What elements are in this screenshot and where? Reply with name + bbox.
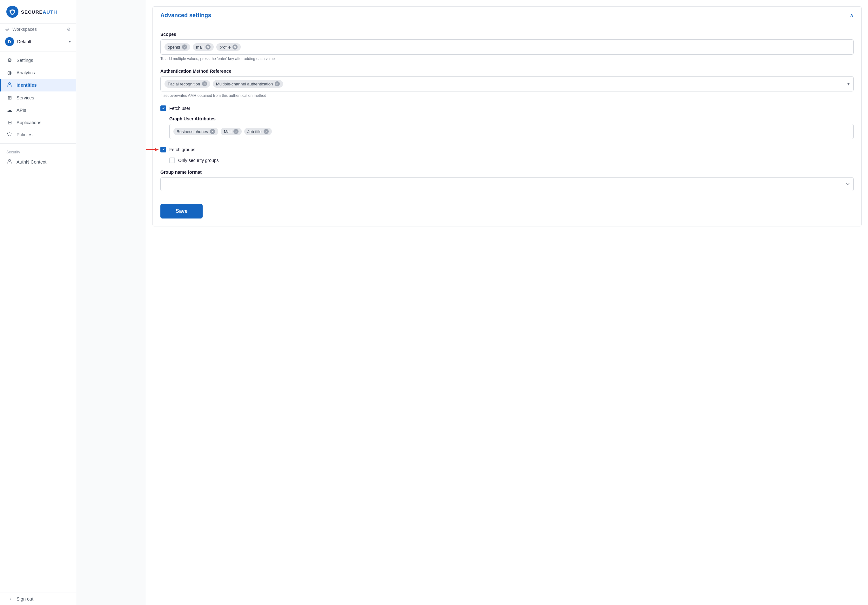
settings-label: Settings bbox=[17, 58, 33, 63]
scopes-section: Scopes openid ✕ mail ✕ profile ✕ To bbox=[160, 32, 854, 61]
services-icon: ⊞ bbox=[6, 95, 13, 101]
amr-input[interactable]: Facial recognition ✕ Multiple-channel au… bbox=[160, 76, 854, 92]
only-security-groups-row: Only security groups bbox=[169, 158, 854, 163]
sidebar-item-applications[interactable]: ⊟ Applications bbox=[0, 116, 76, 129]
amr-tag-facial-remove[interactable]: ✕ bbox=[202, 81, 207, 86]
layers-icon: ⊕ bbox=[5, 26, 9, 32]
svg-point-2 bbox=[9, 160, 11, 161]
logo-text: SECUREAUTH bbox=[21, 9, 57, 15]
svg-point-1 bbox=[9, 82, 11, 84]
sidebar-item-policies[interactable]: 🛡 Policies bbox=[0, 129, 76, 141]
group-name-format-section: Group name format bbox=[160, 170, 854, 191]
advanced-settings-title: Advanced settings bbox=[160, 12, 211, 19]
workspaces-label-group: ⊕ Workspaces bbox=[5, 26, 37, 32]
analytics-icon: ◑ bbox=[6, 70, 13, 76]
sidebar-item-services[interactable]: ⊞ Services bbox=[0, 92, 76, 104]
sidebar-divider-1 bbox=[0, 51, 76, 51]
sidebar-bottom: → Sign out bbox=[0, 593, 76, 605]
content-panel: Advanced settings ∧ Scopes openid ✕ mail… bbox=[146, 0, 868, 605]
gear-icon[interactable]: ⚙ bbox=[67, 27, 71, 32]
amr-tag-multi: Multiple-channel authentication ✕ bbox=[213, 80, 283, 88]
sidebar-item-apis[interactable]: ☁ APIs bbox=[0, 104, 76, 116]
services-label: Services bbox=[17, 95, 34, 100]
sidebar-divider-2 bbox=[0, 143, 76, 144]
fetch-user-label: Fetch user bbox=[169, 106, 190, 111]
fetch-user-checkbox[interactable] bbox=[160, 105, 166, 111]
scope-tag-mail-remove[interactable]: ✕ bbox=[206, 45, 211, 50]
logo-area: SECUREAUTH bbox=[0, 0, 76, 24]
fetch-groups-row: Fetch groups bbox=[160, 147, 854, 152]
scope-tag-openid: openid ✕ bbox=[164, 43, 190, 51]
authn-context-label: AuthN Context bbox=[17, 160, 46, 164]
default-avatar: D bbox=[5, 37, 14, 46]
amr-tag-facial: Facial recognition ✕ bbox=[164, 80, 210, 88]
only-security-groups-checkbox[interactable] bbox=[169, 158, 175, 163]
svg-marker-4 bbox=[155, 148, 159, 151]
collapse-icon[interactable]: ∧ bbox=[849, 12, 854, 19]
sign-out-icon: → bbox=[6, 596, 13, 602]
scopes-input[interactable]: openid ✕ mail ✕ profile ✕ bbox=[160, 39, 854, 54]
amr-label: Authentication Method Reference bbox=[160, 68, 854, 74]
security-section-label: Security bbox=[0, 146, 76, 156]
analytics-label: Analytics bbox=[17, 70, 35, 75]
scope-tag-profile-remove[interactable]: ✕ bbox=[232, 45, 237, 50]
default-workspace-row[interactable]: D Default ▾ bbox=[0, 35, 76, 49]
advanced-settings-section: Advanced settings ∧ Scopes openid ✕ mail… bbox=[152, 6, 862, 226]
identities-label: Identities bbox=[17, 82, 37, 88]
sidebar-item-identities[interactable]: Identities bbox=[0, 79, 76, 92]
policies-label: Policies bbox=[17, 132, 33, 137]
sidebar-item-settings[interactable]: ⚙ Settings bbox=[0, 54, 76, 67]
only-security-groups-label: Only security groups bbox=[178, 158, 219, 163]
graph-tag-job-title-remove[interactable]: ✕ bbox=[264, 129, 269, 134]
graph-tag-mail-remove[interactable]: ✕ bbox=[233, 129, 239, 134]
fetch-groups-checkbox[interactable] bbox=[160, 147, 166, 152]
amr-dropdown-arrow: ▾ bbox=[847, 81, 849, 86]
main-nav: ⚙ Settings ◑ Analytics Identities ⊞ Serv… bbox=[0, 54, 76, 141]
scope-tag-mail: mail ✕ bbox=[193, 43, 214, 51]
graph-tag-business-phones-remove[interactable]: ✕ bbox=[210, 129, 215, 134]
scope-tag-openid-remove[interactable]: ✕ bbox=[182, 45, 187, 50]
settings-icon: ⚙ bbox=[6, 57, 13, 63]
amr-section: Authentication Method Reference Facial r… bbox=[160, 68, 854, 98]
sidebar-item-analytics[interactable]: ◑ Analytics bbox=[0, 67, 76, 79]
sidebar: SECUREAUTH ⊕ Workspaces ⚙ D Default ▾ ⚙ … bbox=[0, 0, 76, 605]
authn-context-icon bbox=[6, 159, 13, 165]
apis-label: APIs bbox=[17, 108, 26, 113]
scopes-hint: To add multiple values, press the 'enter… bbox=[160, 57, 854, 61]
policies-icon: 🛡 bbox=[6, 132, 13, 138]
chevron-down-icon: ▾ bbox=[69, 39, 71, 44]
applications-icon: ⊟ bbox=[6, 119, 13, 126]
fetch-groups-container: Fetch groups bbox=[160, 147, 854, 152]
workspaces-row[interactable]: ⊕ Workspaces ⚙ bbox=[0, 24, 76, 35]
graph-tag-business-phones: Business phones ✕ bbox=[174, 128, 218, 135]
secureauth-logo-icon bbox=[6, 6, 19, 18]
graph-tag-job-title: Job title ✕ bbox=[244, 128, 272, 135]
sidebar-item-authn-context[interactable]: AuthN Context bbox=[0, 156, 76, 168]
fetch-groups-label: Fetch groups bbox=[169, 147, 195, 152]
fetch-user-row: Fetch user bbox=[160, 105, 854, 111]
apis-icon: ☁ bbox=[6, 107, 13, 113]
scopes-label: Scopes bbox=[160, 32, 854, 37]
applications-label: Applications bbox=[17, 120, 41, 125]
sign-out-label: Sign out bbox=[17, 596, 33, 602]
amr-tag-multi-remove[interactable]: ✕ bbox=[275, 81, 280, 86]
identities-icon bbox=[6, 82, 13, 88]
settings-body: Scopes openid ✕ mail ✕ profile ✕ To bbox=[153, 24, 861, 226]
graph-attributes-label: Graph User Attributes bbox=[169, 116, 854, 121]
graph-attributes-input[interactable]: Business phones ✕ Mail ✕ Job title ✕ bbox=[169, 124, 854, 139]
graph-attributes-section: Graph User Attributes Business phones ✕ … bbox=[169, 116, 854, 139]
advanced-settings-header[interactable]: Advanced settings ∧ bbox=[153, 7, 861, 24]
red-arrow-annotation bbox=[146, 146, 159, 153]
middle-panel bbox=[76, 0, 146, 605]
group-name-format-select[interactable] bbox=[160, 177, 854, 191]
workspaces-label-text: Workspaces bbox=[12, 27, 37, 32]
group-name-format-label: Group name format bbox=[160, 170, 854, 175]
save-button[interactable]: Save bbox=[160, 204, 203, 219]
amr-hint: If set overwrites AMR obtained from this… bbox=[160, 93, 854, 98]
graph-tag-mail: Mail ✕ bbox=[221, 128, 242, 135]
scope-tag-profile: profile ✕ bbox=[216, 43, 241, 51]
default-label: Default bbox=[17, 39, 66, 44]
sign-out-item[interactable]: → Sign out bbox=[0, 593, 76, 605]
